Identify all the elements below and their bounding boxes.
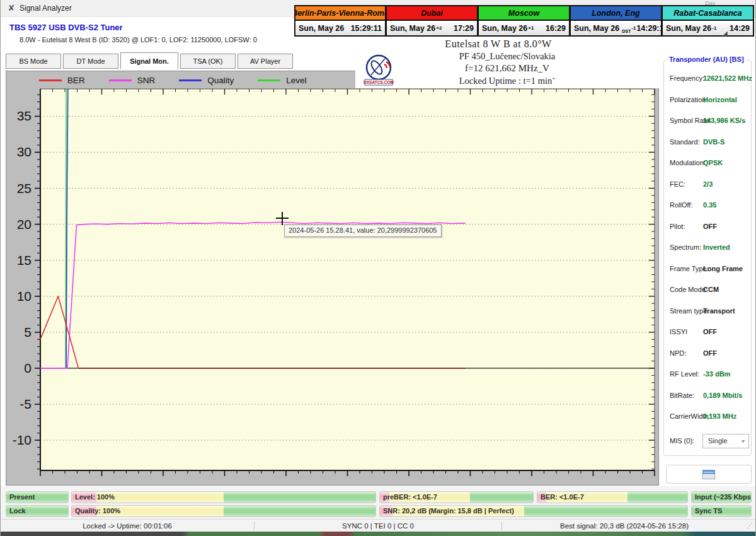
- clock-london-eng: London, EngSun, May 26DST-114:29:11: [570, 5, 662, 37]
- legend-label: SNR: [137, 76, 156, 85]
- legend-swatch: [179, 79, 202, 81]
- transponder-row-standard-: Standard:DVB-S: [670, 138, 748, 147]
- legend-swatch: [39, 79, 62, 81]
- quality-bar: Quality: 100%: [71, 505, 376, 517]
- field-label: Modulation:: [670, 159, 706, 166]
- clock-city-label: Rabat-Casablanca: [663, 6, 753, 21]
- world-clock-panel: Berlin-Paris-Vienna-RomaSun, May 2615:29…: [294, 5, 754, 37]
- level-bar: Level: 100%: [71, 491, 376, 503]
- transponder-row-spectrum-: Spectrum:Inverted: [670, 243, 748, 252]
- status-bar: Locked -> Uptime: 00:01:06 SYNC 0 | TEI …: [1, 519, 756, 532]
- field-value: Inverted: [703, 243, 730, 251]
- legend-swatch: [109, 79, 132, 81]
- field-label: Code Mode:: [670, 286, 707, 293]
- satellite-title: Eutelsat 8 W B at 8.0°W: [341, 38, 656, 50]
- clock-city-label: Moscow: [479, 6, 569, 21]
- signal-chart-panel: 35302520151050-5-10 BERSNRQualityLevel: [6, 71, 659, 486]
- clock-berlin-paris-vienna-roma: Berlin-Paris-Vienna-RomaSun, May 2615:29…: [294, 5, 386, 37]
- field-value: OFF: [703, 223, 717, 230]
- svg-text:35: 35: [17, 108, 32, 123]
- tab-signal-mon-[interactable]: Signal Mon.: [120, 52, 178, 69]
- transponder-row-code-mode-: Code Mode:CCM: [670, 286, 748, 294]
- carrier-frequency: f=12 621,662 MHz_V: [355, 63, 659, 74]
- field-value: DVB-S: [703, 138, 724, 146]
- present-indicator: Present: [6, 491, 69, 503]
- mode-tabs: BS ModeDT ModeSignal Mon.TSA (OK)AV Play…: [6, 54, 295, 71]
- mis-label: MIS (0):: [670, 437, 694, 445]
- snr-bar: SNR: 20,2 dB (Margin: 15,8 dB | Perfect): [379, 505, 688, 517]
- input-bar: Input (~235 Kbps): [691, 491, 752, 503]
- field-value: QPSK: [703, 159, 723, 166]
- mis-row: MIS (0): Single ▾: [670, 437, 749, 445]
- field-label: BitRate:: [670, 392, 694, 399]
- transponder-list-button[interactable]: [666, 465, 752, 484]
- transponder-row-stream-type-: Stream type:Transport: [670, 307, 748, 316]
- mis-dropdown[interactable]: Single ▾: [702, 434, 749, 448]
- clock-resize-grip[interactable]: ◢: [723, 30, 728, 37]
- clock-rabat-casablanca: Rabat-CasablancaSun, May 26-114:29: [662, 5, 754, 37]
- signal-analyzer-window: ✘ Signal Analyzer TBS 5927 USB DVB-S2 Tu…: [0, 0, 756, 536]
- clock-city-label: London, Eng: [571, 6, 661, 21]
- transponder-row-issyi: ISSYIOFF: [670, 328, 748, 337]
- field-value: 0,189 Mbit/s: [703, 392, 742, 399]
- transponder-row-frame-type-: Frame Type:Long Frame: [670, 265, 748, 274]
- field-value: 0.35: [703, 201, 716, 209]
- clock-city-label: Dubai: [387, 6, 477, 21]
- clock-time: Sun, May 2615:29:11: [295, 21, 385, 35]
- transponder-row-fec-: FEC:2/3: [670, 180, 748, 189]
- field-value: OFF: [703, 328, 717, 335]
- chevron-down-icon: ▾: [742, 434, 745, 448]
- legend-label: BER: [67, 76, 85, 85]
- tab-av-player[interactable]: AV Player: [238, 54, 293, 69]
- field-value: 0,193 MHz: [703, 412, 736, 420]
- legend-label: Level: [286, 76, 306, 85]
- field-value: 12621,522 MHz: [703, 74, 752, 82]
- tab-dt-mode[interactable]: DT Mode: [63, 54, 118, 69]
- svg-text:15: 15: [17, 253, 32, 267]
- chart-legend: BERSNRQualityLevel: [39, 76, 307, 85]
- tab-bs-mode[interactable]: BS Mode: [6, 54, 61, 69]
- app-icon: ✘: [6, 3, 16, 13]
- transponder-row-modulation-: Modulation:QPSK: [670, 159, 748, 168]
- transponder-row-carrierwidth-: CarrierWidth:0,193 MHz: [670, 412, 748, 421]
- transponder-row-frequency-: Frequency:12621,522 MHz: [670, 74, 748, 83]
- site-name: PF 450_Lučenec/Slovakia: [355, 51, 659, 62]
- legend-item-ber: BER: [39, 76, 85, 85]
- field-value: 143,986 KS/s: [703, 117, 745, 124]
- svg-text:20: 20: [17, 217, 32, 231]
- field-value: Long Frame: [703, 265, 743, 272]
- legend-item-snr: SNR: [109, 76, 156, 85]
- window-title: Signal Analyzer: [20, 4, 72, 13]
- svg-text:25: 25: [17, 181, 32, 195]
- sync-ts-bar: Sync TS: [691, 505, 752, 517]
- transponder-row-npd-: NPD:OFF: [670, 349, 748, 358]
- tuner-details: 8.0W - Eutelsat 8 West B (ID: 3520) @ LO…: [20, 36, 257, 44]
- statusbar-best-signal: Best signal: 20,3 dB (2024-05-26 15:28): [502, 522, 747, 530]
- chart-tooltip: 2024-05-26 15.28.41, value: 20,299999237…: [284, 224, 442, 237]
- field-value: 2/3: [703, 180, 713, 188]
- field-label: Spectrum:: [670, 243, 701, 251]
- transponder-row-pilot-: Pilot:OFF: [670, 223, 748, 231]
- clock-time: Sun, May 26+217:29: [387, 21, 477, 35]
- field-value: Horizontal: [703, 96, 737, 103]
- field-label: Standard:: [670, 138, 700, 146]
- locked-uptime: Locked Uptime : t=1 min+: [355, 75, 659, 86]
- statusbar-uptime: Locked -> Uptime: 00:01:06: [1, 522, 254, 530]
- tab-tsa-ok-[interactable]: TSA (OK): [180, 54, 236, 69]
- clock-time: Sun, May 26-114:29: [663, 21, 753, 35]
- transponder-row-symbol-rate-: Symbol Rate:143,986 KS/s: [670, 117, 748, 125]
- legend-item-quality: Quality: [179, 76, 234, 85]
- transponder-row-polarization-: Polarization:Horizontal: [670, 96, 748, 105]
- clock-moscow: MoscowSun, May 26+116:29: [478, 5, 570, 37]
- lock-indicator: Lock: [6, 505, 69, 517]
- ber-bar: BER: <1.0E-7: [537, 491, 688, 503]
- carrier-info-box: DXSATCS.COM PF 450_Lučenec/Slovakia f=12…: [355, 50, 659, 88]
- resize-grip[interactable]: ⋰: [747, 522, 755, 529]
- signal-chart: 35302520151050-5-10: [6, 71, 660, 486]
- field-label: Polarization:: [670, 96, 708, 103]
- svg-text:10: 10: [17, 289, 32, 303]
- svg-text:30: 30: [17, 144, 32, 159]
- field-label: RollOff:: [670, 201, 692, 209]
- field-label: RF Level:: [670, 370, 699, 378]
- clock-city-label: Berlin-Paris-Vienna-Roma: [295, 6, 385, 21]
